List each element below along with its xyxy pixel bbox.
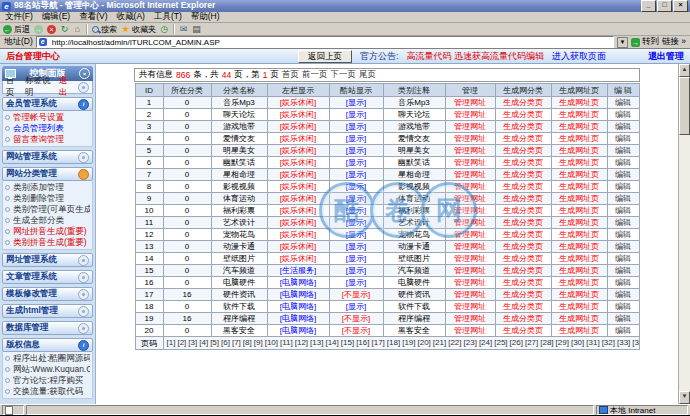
sidebar-section[interactable]: 版权信息i (2, 338, 93, 352)
sidebar-section[interactable]: 网站管理系统 (2, 150, 93, 164)
cell-visibility-link[interactable]: [显示] (346, 206, 366, 215)
cell-group-link[interactable]: [娱乐休闲] (280, 254, 316, 263)
page-number-link[interactable]: [31] (586, 338, 599, 347)
maximize-button[interactable]: □ (657, 0, 672, 12)
edit-link[interactable]: 编辑 (615, 266, 631, 275)
cell-group-link[interactable]: [电脑网络] (280, 290, 316, 299)
sidebar-item[interactable]: 交换流量:获取代码 (5, 386, 90, 397)
generate-category-page-link[interactable]: 生成分类页 (503, 254, 543, 263)
page-number-link[interactable]: [6] (221, 338, 230, 347)
generate-url-page-link[interactable]: 生成网址页 (559, 326, 599, 335)
generate-category-page-link[interactable]: 生成分类页 (503, 242, 543, 251)
cell-visibility-link[interactable]: [显示] (346, 278, 366, 287)
page-number-link[interactable]: [19] (402, 338, 415, 347)
page-number-link[interactable]: [9] (254, 338, 263, 347)
sidebar-item[interactable]: 管理帐号设置 (5, 112, 90, 123)
sidebar-top-link[interactable]: 退出 (59, 75, 74, 99)
home-button[interactable]: ⌂ (73, 25, 82, 34)
generate-url-page-link[interactable]: 生成网址页 (559, 278, 599, 287)
page-number-link[interactable]: [16] (356, 338, 369, 347)
back-page-button[interactable]: 返回上页 (298, 50, 352, 63)
cell-group-link[interactable]: [娱乐休闲] (280, 194, 316, 203)
mail-button[interactable]: ✉ (179, 25, 188, 34)
page-number-link[interactable]: [30] (571, 338, 584, 347)
generate-category-page-link[interactable]: 生成分类页 (503, 110, 543, 119)
manage-urls-link[interactable]: 管理网址 (454, 302, 486, 311)
logout-link[interactable]: 退出管理 (648, 50, 684, 63)
page-number-link[interactable]: [12] (295, 338, 308, 347)
page-number-link[interactable]: [8] (243, 338, 252, 347)
generate-url-page-link[interactable]: 生成网址页 (559, 218, 599, 227)
page-number-link[interactable]: [25] (494, 338, 507, 347)
cell-group-link[interactable]: [电脑网络] (280, 326, 316, 335)
cell-group-link[interactable]: [娱乐休闲] (280, 218, 316, 227)
generate-url-page-link[interactable]: 生成网址页 (559, 206, 599, 215)
scroll-down-icon[interactable]: ▼ (679, 391, 690, 404)
manage-urls-link[interactable]: 管理网址 (454, 266, 486, 275)
edit-link[interactable]: 编辑 (615, 146, 631, 155)
generate-category-page-link[interactable]: 生成分类页 (503, 266, 543, 275)
menu-item[interactable]: 查看(V) (79, 11, 107, 23)
sidebar-item[interactable]: 留言查询管理 (5, 134, 90, 145)
edit-link[interactable]: 编辑 (615, 278, 631, 287)
page-number-link[interactable]: [21] (433, 338, 446, 347)
page-number-link[interactable]: [33] (617, 338, 630, 347)
generate-category-page-link[interactable]: 生成分类页 (503, 194, 543, 203)
page-nav-link[interactable]: 首页 (282, 69, 299, 81)
page-number-link[interactable]: [24] (479, 338, 492, 347)
edit-link[interactable]: 编辑 (615, 134, 631, 143)
cell-visibility-link[interactable]: [显示] (346, 302, 366, 311)
sidebar-item[interactable]: 会员管理列表 (5, 123, 90, 134)
generate-category-page-link[interactable]: 生成分类页 (503, 122, 543, 131)
generate-category-page-link[interactable]: 生成分类页 (503, 302, 543, 311)
generate-url-page-link[interactable]: 生成网址页 (559, 158, 599, 167)
page-nav-link[interactable]: 前一页 (302, 69, 328, 81)
edit-link[interactable]: 编辑 (615, 218, 631, 227)
generate-category-page-link[interactable]: 生成分类页 (503, 290, 543, 299)
menu-item[interactable]: 工具(T) (154, 11, 182, 23)
cell-visibility-link[interactable]: [显示] (346, 134, 366, 143)
sidebar-top-link[interactable]: 标签说明 (25, 75, 55, 99)
edit-link[interactable]: 编辑 (615, 302, 631, 311)
cell-visibility-link[interactable]: [显示] (346, 98, 366, 107)
sidebar-item[interactable]: 类别删除管理 (5, 193, 90, 204)
sidebar-item[interactable]: 程序出处:酷圈网源码 (5, 353, 90, 364)
toggle-icon[interactable] (78, 255, 89, 266)
page-number-link[interactable]: [7] (232, 338, 241, 347)
close-button[interactable]: × (673, 0, 688, 12)
cell-group-link[interactable]: [娱乐休闲] (280, 242, 316, 251)
menu-item[interactable]: 收藏(A) (117, 11, 145, 23)
cell-visibility-link[interactable]: [显示] (346, 182, 366, 191)
generate-url-page-link[interactable]: 生成网址页 (559, 302, 599, 311)
cell-group-link[interactable]: [娱乐休闲] (280, 110, 316, 119)
generate-category-page-link[interactable]: 生成分类页 (503, 278, 543, 287)
cell-group-link[interactable]: [娱乐休闲] (280, 182, 316, 191)
generate-url-page-link[interactable]: 生成网址页 (559, 290, 599, 299)
edit-link[interactable]: 编辑 (615, 182, 631, 191)
address-dropdown-icon[interactable]: ▼ (617, 37, 628, 48)
page-number-link[interactable]: [20] (418, 338, 431, 347)
cell-visibility-link[interactable]: [显示] (346, 170, 366, 179)
sidebar-item[interactable]: 类别拼音生成(重要) (5, 237, 90, 248)
edit-link[interactable]: 编辑 (615, 230, 631, 239)
vertical-scrollbar[interactable]: ▲ ▼ (678, 64, 690, 404)
manage-urls-link[interactable]: 管理网址 (454, 314, 486, 323)
page-number-link[interactable]: [14] (325, 338, 338, 347)
generate-category-page-link[interactable]: 生成分类页 (503, 230, 543, 239)
cell-group-link[interactable]: [娱乐休闲] (280, 230, 316, 239)
generate-category-page-link[interactable]: 生成分类页 (503, 314, 543, 323)
menu-item[interactable]: 帮助(H) (191, 11, 220, 23)
search-button[interactable]: 搜索 (92, 24, 117, 35)
page-number-link[interactable]: [4] (199, 338, 208, 347)
cell-visibility-link[interactable]: [显示] (346, 266, 366, 275)
sidebar-section[interactable]: 会员管理系统i (2, 97, 93, 111)
page-number-link[interactable]: [29] (556, 338, 569, 347)
cell-group-link[interactable]: [娱乐休闲] (280, 98, 316, 107)
page-number-link[interactable]: [27] (525, 338, 538, 347)
page-number-link[interactable]: [11] (280, 338, 293, 347)
cell-group-link[interactable]: [电脑网络] (280, 302, 316, 311)
page-number-link[interactable]: [1] (167, 338, 176, 347)
page-nav-link[interactable]: 尾页 (359, 69, 376, 81)
manage-urls-link[interactable]: 管理网址 (454, 242, 486, 251)
cell-visibility-link[interactable]: [显示] (346, 122, 366, 131)
